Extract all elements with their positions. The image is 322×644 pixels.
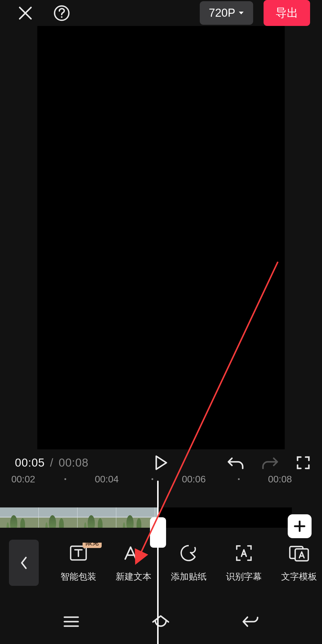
tool-smart-package[interactable]: 限免 智能包装 <box>51 543 106 583</box>
current-time: 00:05 <box>15 456 45 469</box>
play-button[interactable] <box>154 455 168 470</box>
undo-button[interactable] <box>227 455 244 470</box>
resolution-dropdown[interactable]: 720P <box>200 1 253 25</box>
tool-recognize-subtitles[interactable]: 识别字幕 <box>216 543 271 583</box>
nav-back-button[interactable] <box>242 615 259 628</box>
plus-icon <box>293 520 306 532</box>
clip-trim-handle[interactable] <box>150 517 166 548</box>
fullscreen-button[interactable] <box>296 456 310 470</box>
playhead[interactable] <box>157 481 159 644</box>
back-icon <box>242 615 259 628</box>
chevron-left-icon <box>20 556 28 569</box>
home-icon <box>151 614 170 629</box>
add-clip-button[interactable] <box>288 514 312 538</box>
subtitle-recognize-icon <box>235 543 253 564</box>
time-display: 00:05 / 00:08 <box>15 456 89 469</box>
tool-text-template[interactable]: 文字模板 <box>271 543 322 583</box>
resolution-label: 720P <box>209 7 235 19</box>
video-preview-canvas <box>37 26 285 449</box>
tool-label: 智能包装 <box>61 571 96 583</box>
time-separator: / <box>50 456 54 469</box>
svg-rect-5 <box>295 549 308 561</box>
nav-home-button[interactable] <box>151 614 170 629</box>
export-button[interactable]: 导出 <box>264 0 310 26</box>
menu-icon <box>63 615 80 628</box>
preview-area[interactable] <box>0 26 322 455</box>
tool-label: 新建文本 <box>116 571 151 583</box>
chevron-down-icon <box>238 11 244 15</box>
tool-add-sticker[interactable]: 添加贴纸 <box>161 543 216 583</box>
close-button[interactable] <box>18 6 33 21</box>
tool-label: 文字模板 <box>281 571 317 583</box>
timeline-ruler[interactable]: 00:02 00:04 00:06 00:08 <box>0 470 322 479</box>
svg-point-1 <box>61 16 62 18</box>
sticker-icon <box>180 543 198 564</box>
total-time: 00:08 <box>59 456 89 469</box>
text-template-icon <box>289 543 309 564</box>
nav-recents-button[interactable] <box>63 615 80 628</box>
text-plus-icon <box>123 543 144 564</box>
redo-button[interactable] <box>262 455 278 470</box>
help-button[interactable] <box>54 5 70 21</box>
toolbar-back-button[interactable] <box>9 540 39 586</box>
free-badge: 限免 <box>83 543 102 548</box>
tool-label: 添加贴纸 <box>171 571 207 583</box>
tool-new-text[interactable]: 新建文本 <box>106 543 161 583</box>
tool-label: 识别字幕 <box>226 571 262 583</box>
export-label: 导出 <box>275 7 298 19</box>
